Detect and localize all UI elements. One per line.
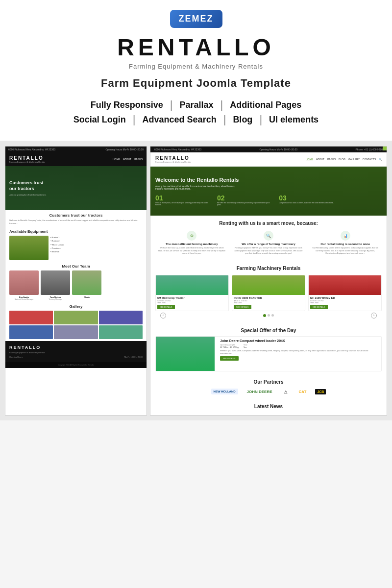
gallery-cell-1	[9, 311, 53, 324]
step-3: 03 Our prices are as down-to-earth, that…	[279, 194, 337, 206]
tractor-card-2: FORD 3000 TRACTOR $400 to 370 No Year: 2…	[232, 275, 305, 311]
team-card-1: Eva Savits National Rental Manager	[9, 270, 39, 300]
sep-2: |	[220, 98, 223, 111]
card-text-1: We have the most up-to-date and efficien…	[157, 246, 226, 255]
step-1: 01 Over all those years, we've developed…	[155, 194, 213, 206]
partner-cat: CAT	[296, 388, 310, 396]
left-hero: Customers trustour tractors Join our gro…	[5, 166, 147, 210]
main-title: RENTALLO	[0, 34, 392, 61]
subtitle: Farming Equipment & Machinery Rentals	[0, 63, 392, 70]
card-text-2: Renting equipment SAVES you money! You d…	[234, 246, 303, 255]
team-card-3: Gloria	[72, 270, 101, 300]
right-card-1: ⚙ The most efficient farming machinery W…	[155, 229, 228, 257]
feature-search: Advanced Search	[143, 115, 217, 125]
zemez-badge[interactable]: ZEMEZ	[170, 10, 222, 28]
special-offer-card: John Deere Compact wheel loader 204K Ope…	[155, 336, 382, 371]
card-icon-2: 🔍	[264, 231, 273, 241]
feature-blog: Blog	[233, 115, 252, 125]
smart-title: Renting with us is a smart move, because…	[155, 220, 382, 226]
dot-1	[268, 314, 270, 317]
feature-responsive: Fully Responsive	[91, 100, 163, 110]
team-photo-2	[41, 270, 70, 295]
right-partners: Our Partners NEW HOLLAND JOHN DEERE △ CA…	[150, 375, 387, 400]
gallery-cell-6	[99, 325, 143, 339]
left-customers: Customers trust our tractors Welcome to …	[5, 210, 147, 227]
news-title: Latest News	[155, 404, 382, 409]
card-icon-1: ⚙	[187, 231, 196, 241]
gallery-cell-4	[9, 325, 53, 339]
partners-title: Our Partners	[155, 379, 382, 385]
machinery-title: Farming Machinery Rentals	[155, 266, 382, 271]
feature-parallax: Parallax	[179, 100, 213, 110]
right-machinery: Farming Machinery Rentals 6M Row-Crop Tr…	[150, 262, 387, 324]
left-hero-desc: Join our growing list of satisfied custo…	[9, 194, 46, 196]
feature-ui: UI elements	[269, 115, 318, 125]
right-topbar: 6096 Richmond Hwy, Alexandria, VA 22303 …	[150, 147, 387, 152]
prev-arrow[interactable]: ‹	[160, 313, 166, 318]
see-details-1[interactable]: SEE DETAILS	[157, 305, 175, 309]
left-topbar: 6096 Richmond Hwy, Alexandria, VA 22303 …	[5, 147, 147, 152]
right-special: Special Offer of the Day John Deere Comp…	[150, 324, 387, 375]
left-team: Meet Our Team Eva Savits National Rental…	[5, 262, 147, 302]
right-logo-sub: Farming Equipment & Machinery Rentals	[155, 161, 191, 163]
feature-additional: Additional Pages	[230, 100, 301, 110]
right-latest-news: Latest News	[150, 400, 387, 415]
see-details-3[interactable]: SEE DETAILS	[310, 305, 328, 309]
left-equipment: Available Equipment • Ruston 1 • Ruston …	[5, 227, 147, 262]
right-preview: 6096 Richmond Hwy, Alexandria, VA 22303 …	[150, 146, 387, 416]
left-nav: RENTALLO Farming Equipment & Machinery R…	[5, 152, 147, 166]
left-nav-links: HOME ABOUT PAGES	[113, 158, 143, 161]
special-img	[156, 337, 215, 371]
next-arrow[interactable]: ›	[371, 313, 377, 318]
right-hero: Welcome to the Rentallo Rentals Among th…	[150, 167, 387, 216]
special-name: John Deere Compact wheel loader 204K	[220, 339, 379, 343]
card-icon-3: 📊	[341, 231, 350, 241]
sep-3: |	[133, 113, 136, 126]
team-photo-3	[72, 270, 101, 295]
left-preview: 6096 Richmond Hwy, Alexandria, VA 22303 …	[5, 146, 147, 416]
template-label: Farm Equipment Joomla Template	[0, 77, 392, 90]
left-footer-logo: RENTALLO	[9, 345, 143, 350]
right-hero-title: Welcome to the Rentallo Rentals	[155, 176, 337, 183]
special-btn[interactable]: SEE DETAILS	[220, 356, 239, 361]
sep-1: |	[170, 98, 173, 111]
right-logo: RENTALLO	[155, 155, 191, 161]
left-gallery-title: Gallery	[9, 304, 143, 309]
card-title-1: The most efficient farming machinery	[157, 243, 226, 245]
left-equip-image	[9, 236, 49, 260]
partner-ag: △	[281, 388, 290, 396]
left-logo-sub: Farming Equipment & Machinery Rentals	[9, 161, 45, 163]
gallery-grid	[9, 311, 143, 339]
right-nav: RENTALLO Farming Equipment & Machinery R…	[150, 152, 387, 167]
right-cards-row: ⚙ The most efficient farming machinery W…	[155, 229, 382, 257]
special-desc: Whether you use a 204K Compact Loader fo…	[220, 349, 379, 355]
card-title-2: We offer a range of farming machinery	[234, 243, 303, 245]
sep-5: |	[259, 113, 262, 126]
gallery-cell-5	[54, 325, 98, 339]
right-hero-desc: Among the machinery that we offer for a …	[155, 185, 244, 190]
preview-container: 6096 Richmond Hwy, Alexandria, VA 22303 …	[0, 141, 392, 420]
left-gallery: Gallery	[5, 302, 147, 341]
right-card-2: 🔍 We offer a range of farming machinery …	[232, 229, 305, 257]
card-title-3: Our rental listing is second to none	[311, 243, 380, 245]
tractor-img-2	[232, 275, 305, 295]
right-steps: 01 Over all those years, we've developed…	[155, 194, 337, 206]
features-row-2: Social Login | Advanced Search | Blog | …	[0, 113, 392, 126]
card-text-3: Our Rental Listing shows all the equipme…	[311, 246, 380, 255]
see-details-2[interactable]: SEE DETAILS	[234, 305, 251, 309]
left-copyright: Copyright 2016 All Rights Reserved by Re…	[5, 362, 147, 368]
gallery-cell-3	[99, 311, 143, 324]
right-smart-section: Renting with us is a smart move, because…	[150, 216, 387, 262]
right-card-3: 📊 Our rental listing is second to none O…	[309, 229, 382, 257]
tractor-card-1: 6M Row-Crop Tractor $400 to 370 No Year:…	[155, 275, 229, 311]
nav-arrows: ‹ ›	[155, 311, 382, 320]
dot-active	[263, 314, 266, 317]
tractor-card-3: MF 2135 W/REV ED $400 to 370 No Year: 20…	[308, 275, 382, 311]
dot-2	[271, 314, 274, 317]
team-card-2: Tom Nelson Territory Manager	[41, 270, 70, 300]
left-equip-list: • Ruston 1 • Ruston 2 • Wheel Loader • C…	[50, 236, 64, 260]
left-equip-title: Available Equipment	[9, 229, 143, 234]
feature-social: Social Login	[74, 115, 126, 125]
tractor-img-1	[156, 275, 228, 295]
tractor-img-3	[309, 275, 381, 295]
